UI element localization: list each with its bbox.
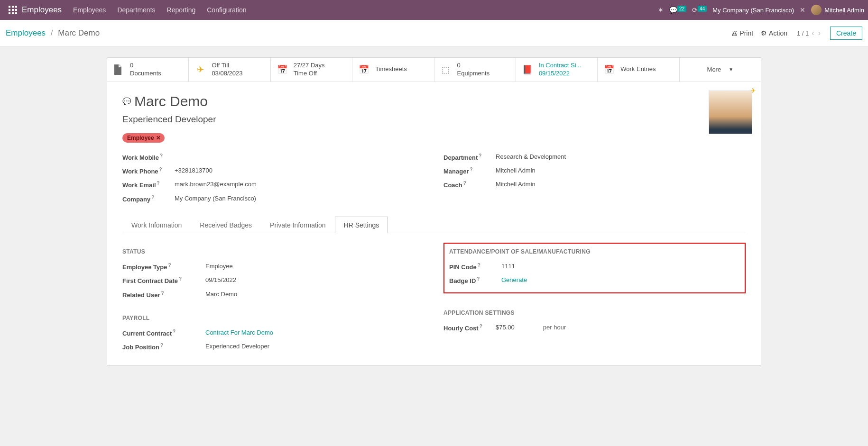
chat-icon[interactable]: 💬22 bbox=[669, 6, 686, 14]
attendance-heading: ATTENDANCE/POINT OF SALE/MANUFACTURING bbox=[449, 248, 740, 255]
stat-contract[interactable]: 📕 In Contract Si...09/15/2022 bbox=[516, 58, 598, 82]
stat-timesheets[interactable]: 📅 Timesheets bbox=[352, 58, 434, 82]
company-label: Company? bbox=[122, 195, 175, 203]
bug-icon[interactable]: ✶ bbox=[658, 6, 664, 14]
pager-prev[interactable]: ‹ bbox=[811, 29, 815, 37]
stat-more[interactable]: More ▼ bbox=[680, 58, 761, 82]
first-contract-date-label: First Contract Date? bbox=[122, 276, 205, 284]
tag-remove-icon[interactable]: ✕ bbox=[156, 135, 161, 141]
gear-icon: ⚙ bbox=[761, 29, 767, 37]
company-selector[interactable]: My Company (San Francisco) bbox=[712, 7, 794, 14]
attendance-box: ATTENDANCE/POINT OF SALE/MANUFACTURING P… bbox=[443, 243, 746, 293]
coach-label: Coach? bbox=[443, 181, 496, 189]
top-nav: Employees Employees Departments Reportin… bbox=[0, 0, 868, 20]
job-position[interactable]: Experienced Developer bbox=[122, 114, 746, 125]
plane-icon: ✈ bbox=[194, 64, 206, 75]
related-user-value[interactable]: Marc Demo bbox=[205, 291, 237, 299]
cubes-icon: ⬚ bbox=[440, 64, 452, 75]
pager-text: 1 / 1 bbox=[797, 30, 809, 37]
breadcrumb-current: Marc Demo bbox=[58, 28, 100, 37]
department-label: Department? bbox=[443, 153, 496, 161]
breadcrumb-root[interactable]: Employees bbox=[6, 28, 46, 37]
work-phone-label: Work Phone? bbox=[122, 167, 175, 175]
action-button[interactable]: ⚙Action bbox=[761, 29, 787, 37]
employee-tag[interactable]: Employee✕ bbox=[122, 133, 165, 143]
job-position-label: Job Position? bbox=[122, 343, 205, 351]
tab-work-information[interactable]: Work Information bbox=[122, 217, 191, 233]
pager: 1 / 1 ‹ › bbox=[797, 29, 822, 37]
tools-icon[interactable]: ✕ bbox=[800, 6, 805, 14]
badge-id-label: Badge ID? bbox=[449, 276, 501, 284]
pager-next[interactable]: › bbox=[817, 29, 822, 37]
stat-documents[interactable]: 0Documents bbox=[107, 58, 189, 82]
related-user-label: Related User? bbox=[122, 291, 205, 299]
payroll-heading: PAYROLL bbox=[122, 315, 425, 321]
status-heading: STATUS bbox=[122, 248, 425, 255]
coach-value[interactable]: Mitchell Admin bbox=[496, 181, 536, 189]
work-mobile-label: Work Mobile? bbox=[122, 153, 175, 161]
create-button[interactable]: Create bbox=[830, 27, 862, 40]
menu-reporting[interactable]: Reporting bbox=[167, 6, 196, 14]
app-settings-heading: APPLICATION SETTINGS bbox=[443, 309, 746, 316]
employee-name[interactable]: 💬 Marc Demo bbox=[122, 93, 746, 109]
company-value[interactable]: My Company (San Francisco) bbox=[175, 195, 256, 203]
first-contract-date-value[interactable]: 09/15/2022 bbox=[205, 276, 236, 284]
clock-icon[interactable]: ⟳44 bbox=[692, 6, 707, 14]
caret-down-icon: ▼ bbox=[729, 67, 733, 72]
breadcrumb: Employees / Marc Demo bbox=[6, 28, 100, 38]
document-icon bbox=[113, 64, 124, 75]
hourly-cost-value[interactable]: $75.00 bbox=[496, 324, 515, 332]
stat-time-off[interactable]: 📅 27/27 DaysTime Off bbox=[271, 58, 352, 82]
employee-type-value[interactable]: Employee bbox=[205, 263, 233, 271]
current-contract-value[interactable]: Contract For Marc Demo bbox=[205, 329, 273, 337]
tab-private-information[interactable]: Private Information bbox=[261, 217, 335, 233]
employee-type-label: Employee Type? bbox=[122, 263, 205, 271]
user-name[interactable]: Mitchell Admin bbox=[824, 7, 864, 14]
stat-off-till[interactable]: ✈ Off Till03/08/2023 bbox=[189, 58, 270, 82]
calendar-icon: 📅 bbox=[277, 64, 288, 75]
app-title[interactable]: Employees bbox=[22, 5, 62, 15]
apps-icon[interactable] bbox=[9, 6, 17, 14]
tabs: Work Information Received Badges Private… bbox=[122, 216, 746, 233]
calendar-icon: 📅 bbox=[358, 64, 369, 75]
tab-hr-settings[interactable]: HR Settings bbox=[335, 217, 388, 233]
calendar-icon: 📅 bbox=[603, 64, 615, 75]
stat-work-entries[interactable]: 📅 Work Entries bbox=[598, 58, 679, 82]
book-icon: 📕 bbox=[522, 64, 533, 75]
hourly-cost-label: Hourly Cost? bbox=[443, 324, 496, 332]
stat-buttons: 0Documents ✈ Off Till03/08/2023 📅 27/27 … bbox=[107, 58, 761, 82]
print-icon: 🖨 bbox=[731, 29, 738, 37]
pin-code-label: PIN Code? bbox=[449, 263, 501, 271]
manager-value[interactable]: Mitchell Admin bbox=[496, 167, 536, 175]
work-phone-value[interactable]: +3281813700 bbox=[175, 167, 212, 175]
presence-icon: 💬 bbox=[122, 97, 131, 106]
work-email-value[interactable]: mark.brown23@example.com bbox=[175, 181, 257, 189]
menu-departments[interactable]: Departments bbox=[117, 6, 155, 14]
current-contract-label: Current Contract? bbox=[122, 329, 205, 337]
clock-count: 44 bbox=[698, 6, 707, 12]
work-email-label: Work Email? bbox=[122, 181, 175, 189]
generate-button[interactable]: Generate bbox=[501, 276, 527, 284]
menu-configuration[interactable]: Configuration bbox=[207, 6, 246, 14]
manager-label: Manager? bbox=[443, 167, 496, 175]
stat-equipments[interactable]: ⬚ 0Equipments bbox=[434, 58, 516, 82]
form-sheet: 0Documents ✈ Off Till03/08/2023 📅 27/27 … bbox=[107, 57, 761, 366]
chat-count: 22 bbox=[677, 6, 686, 12]
job-position-value[interactable]: Experienced Developer bbox=[205, 343, 269, 351]
menu-employees[interactable]: Employees bbox=[73, 6, 106, 14]
tab-received-badges[interactable]: Received Badges bbox=[191, 217, 261, 233]
hourly-unit: per hour bbox=[543, 324, 566, 332]
department-value[interactable]: Research & Development bbox=[496, 153, 566, 161]
control-bar: Employees / Marc Demo 🖨Print ⚙Action 1 /… bbox=[0, 20, 868, 47]
employee-avatar[interactable] bbox=[709, 91, 752, 134]
print-button[interactable]: 🖨Print bbox=[731, 29, 753, 37]
pin-code-value[interactable]: 1111 bbox=[501, 263, 515, 271]
user-avatar[interactable] bbox=[811, 5, 822, 15]
